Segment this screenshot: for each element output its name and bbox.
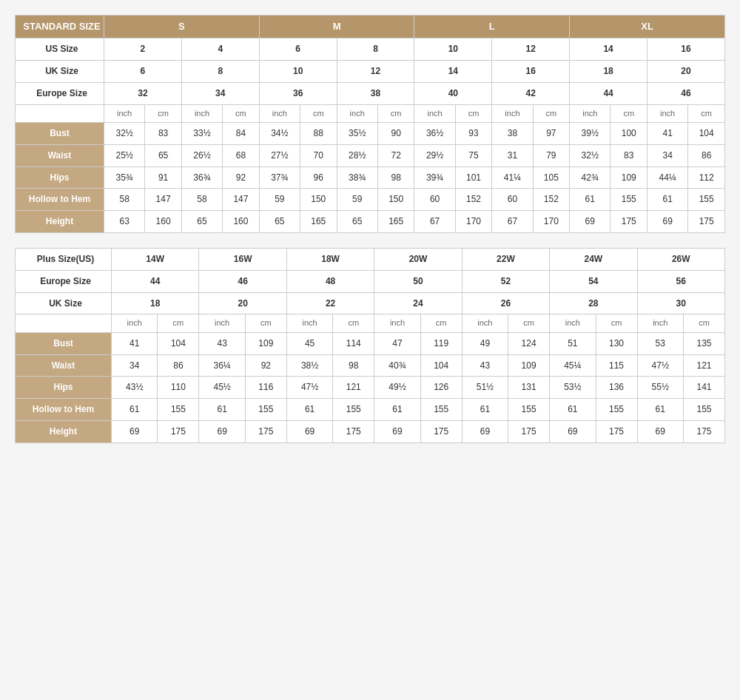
unit-cm-3: cm [300,104,337,122]
uk-6: 6 [104,60,182,82]
eu-38: 38 [337,82,414,104]
xl-header: XL [570,16,725,38]
unit-inch-4: inch [337,104,377,122]
uk-size-label: UK Size [16,60,104,82]
eu-40: 40 [414,82,492,104]
unit-cm-5: cm [455,104,492,122]
m-header: M [259,16,414,38]
standard-unit-row: inch cm inch cm inch cm inch cm inch cm … [16,104,725,122]
us-14: 14 [570,38,648,61]
plus-waist-row: Waist 34 86 36¼ 92 38½ 98 40¾ 104 43 109… [16,354,725,377]
eu-34: 34 [181,82,259,104]
eu-44: 44 [570,82,648,104]
uk-8: 8 [181,60,259,82]
standard-header-row: STANDARD SIZE S M L XL [16,16,725,38]
eu-36: 36 [259,82,337,104]
us-8: 8 [337,38,414,61]
uk-20: 20 [648,60,725,82]
empty-cell-plus [16,314,112,332]
eu-32: 32 [104,82,182,104]
unit-cm-1: cm [145,104,182,122]
plus-europe-label: Europe Size [16,270,112,292]
plus-europe-row: Europe Size 44 46 48 50 52 54 56 [16,270,725,292]
eu-42: 42 [492,82,570,104]
plus-22w: 22W [462,248,549,270]
europe-size-label: Europe Size [16,82,104,104]
standard-size-title: STANDARD SIZE [16,16,104,38]
plus-hollow-label: Hollow to Hem [16,399,112,421]
l-header: L [414,16,570,38]
hollow-to-hem-label: Hollow to Hem [16,189,104,211]
uk-16: 16 [492,60,570,82]
unit-inch-5: inch [414,104,455,122]
us-4: 4 [181,38,259,61]
unit-inch-8: inch [648,104,688,122]
s-header: S [104,16,260,38]
hollow-to-hem-row: Hollow to Hem 58 147 58 147 59 150 59 15… [16,189,725,211]
unit-cm-8: cm [688,104,725,122]
standard-size-table: STANDARD SIZE S M L XL US Size 2 4 6 8 1… [15,15,725,233]
plus-26w: 26W [637,248,724,270]
plus-20w: 20W [374,248,462,270]
unit-cm-4: cm [377,104,414,122]
plus-unit-row: inch cm inch cm inch cm inch cm inch cm … [16,314,725,332]
plus-height-label: Height [16,420,112,442]
uk-18: 18 [570,60,648,82]
bust-label: Bust [16,122,104,144]
eu-46: 46 [648,82,725,104]
unit-inch-7: inch [570,104,610,122]
unit-inch-2: inch [181,104,222,122]
height-row: Height 63 160 65 160 65 165 65 165 67 17… [16,211,725,233]
hips-row: Hips 35¾ 91 36¾ 92 37¾ 96 38¾ 98 39¾ 101… [16,166,725,189]
height-label: Height [16,211,104,233]
plus-uk-row: UK Size 18 20 22 24 26 28 30 [16,292,725,314]
unit-cm-2: cm [223,104,260,122]
uk-12: 12 [337,60,414,82]
plus-hips-row: Hips 43½ 110 45½ 116 47½ 121 49½ 126 51½… [16,377,725,399]
unit-inch-3: inch [259,104,300,122]
unit-inch-6: inch [492,104,533,122]
plus-waist-label: Waist [16,354,112,377]
plus-height-row: Height 69 175 69 175 69 175 69 175 69 17… [16,420,725,442]
plus-uk-label: UK Size [16,292,112,314]
plus-size-table: Plus Size(US) 14W 16W 18W 20W 22W 24W 26… [15,248,725,443]
us-12: 12 [492,38,570,61]
plus-16w: 16W [199,248,286,270]
unit-inch-1: inch [104,104,145,122]
uk-10: 10 [259,60,337,82]
unit-cm-7: cm [610,104,648,122]
us-2: 2 [104,38,182,61]
plus-hollow-row: Hollow to Hem 61 155 61 155 61 155 61 15… [16,399,725,421]
unit-cm-6: cm [533,104,570,122]
empty-cell [16,104,104,122]
europe-size-row: Europe Size 32 34 36 38 40 42 44 46 [16,82,725,104]
uk-size-row: UK Size 6 8 10 12 14 16 18 20 [16,60,725,82]
plus-bust-label: Bust [16,332,112,354]
plus-header-row: Plus Size(US) 14W 16W 18W 20W 22W 24W 26… [16,248,725,270]
us-6: 6 [259,38,337,61]
plus-18w: 18W [286,248,374,270]
plus-bust-row: Bust 41 104 43 109 45 114 47 119 49 124 … [16,332,725,354]
plus-14w: 14W [112,248,199,270]
us-size-row: US Size 2 4 6 8 10 12 14 16 [16,38,725,61]
uk-14: 14 [414,60,492,82]
waist-row: Waist 25½ 65 26½ 68 27½ 70 28½ 72 29½ 75… [16,144,725,166]
plus-size-title: Plus Size(US) [16,248,112,270]
us-10: 10 [414,38,492,61]
us-16: 16 [648,38,725,61]
bust-row: Bust 32½ 83 33½ 84 34½ 88 35½ 90 36½ 93 … [16,122,725,144]
us-size-label: US Size [16,38,104,61]
waist-label: Waist [16,144,104,166]
hips-label: Hips [16,166,104,189]
plus-24w: 24W [550,248,637,270]
plus-hips-label: Hips [16,377,112,399]
